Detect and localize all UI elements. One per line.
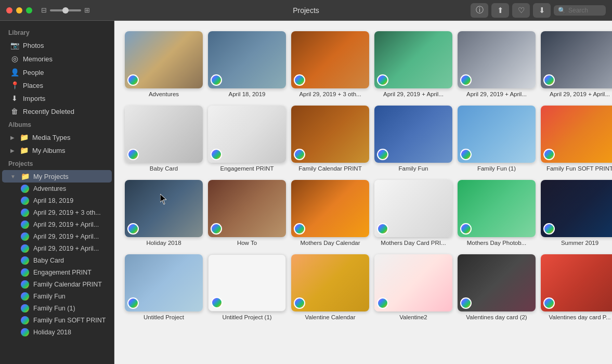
project-badge-mothers-card [377,223,388,235]
sidebar-item-memories[interactable]: ◎ Memories [2,52,112,66]
project-item-mothers-cal[interactable]: Mothers Day Calendar [291,180,369,246]
slider-track[interactable] [50,9,81,11]
project-badge-fam-cal [294,149,305,160]
project-badge-apr29-april3 [543,74,555,86]
project-item-untitled[interactable]: Untitled Project [125,254,203,320]
project-label-summer: Summer 2019 [561,240,598,246]
sidebar-item-places[interactable]: 📍 Places [2,79,112,92]
sidebar-item-people[interactable]: 👤 People [2,66,112,79]
sidebar-label-adventures: Adventures [33,185,66,192]
project-thumbnail-baby-card [125,106,203,163]
project-label-fam-cal: Family Calendar PRINT [298,165,361,172]
project-thumbnail-april18 [208,31,286,88]
project-item-untitled2[interactable]: Untitled Project (1) [208,254,286,320]
sidebar-item-media-types[interactable]: ▶ 📁 Media Types [2,131,112,144]
my-projects-icon: 📁 [21,172,29,180]
project-label-fam-fun-soft: Family Fun SOFT PRINT [546,165,612,172]
project-thumbnail-fam-fun [374,106,452,163]
sidebar-label-apr29-3: April 29, 2019 + 3 oth... [33,209,101,216]
my-albums-icon: 📁 [20,146,28,154]
project-item-mothers-card[interactable]: Mothers Day Card PRI... [374,180,452,246]
project-thumbnail-fam-fun-soft [541,106,612,163]
project-thumbnail-apr29-april1 [374,31,452,88]
project-label-mothers-photo: Mothers Day Photob... [467,240,526,246]
project-thumbnail-how-to [208,180,286,237]
project-color-badge [21,220,29,229]
project-badge-engagement [211,149,222,160]
project-item-holiday[interactable]: Holiday 2018 [125,180,203,246]
project-color-badge [21,280,29,289]
project-item-vals-dayp[interactable]: Valentines day card P... [541,254,612,320]
project-thumbnail-apr29-april2 [458,31,536,88]
project-color-badge [21,304,29,313]
project-item-mothers-photo[interactable]: Mothers Day Photob... [458,180,536,246]
export-button[interactable]: ⬇ [533,3,551,18]
sidebar-subitem-fam-fun-soft[interactable]: Family Fun SOFT PRINT [17,315,112,326]
project-item-april18[interactable]: April 18, 2019 [208,31,286,97]
project-badge-holiday [127,223,139,235]
info-button[interactable]: ⓘ [471,3,488,18]
sidebar-subitem-baby-card[interactable]: Baby Card [17,255,112,266]
project-badge-apr29-april1 [377,74,388,86]
sidebar-subitem-apr29-3[interactable]: April 29, 2019 + 3 oth... [17,207,112,218]
project-item-fam-fun1[interactable]: Family Fun (1) [458,106,536,172]
project-thumbnail-untitled [125,254,203,311]
project-item-apr29-april3[interactable]: April 29, 2019 + April... [541,31,612,97]
project-badge-apr29-april2 [460,74,472,86]
project-item-apr29-3[interactable]: April 29, 2019 + 3 oth... [291,31,369,97]
project-badge-untitled2 [211,297,223,308]
project-thumbnail-adventures [125,31,203,88]
sidebar-subitem-fam-cal[interactable]: Family Calendar PRINT [17,279,112,290]
sidebar-subitem-holiday[interactable]: Holiday 2018 [17,327,112,338]
project-item-vals-day[interactable]: Valentines day card (2) [458,254,536,320]
share-button[interactable]: ⬆ [491,3,509,18]
project-color-badge [21,209,29,217]
project-item-fam-fun-soft[interactable]: Family Fun SOFT PRINT [541,106,612,172]
project-item-fam-fun[interactable]: Family Fun [374,106,452,172]
project-thumbnail-fam-fun1 [458,106,536,163]
sidebar-item-photos[interactable]: 📷 Photos [2,39,112,51]
zoom-slider[interactable]: ⊟ ⊞ [41,6,90,14]
sidebar-item-imports[interactable]: ⬇ Imports [2,92,112,105]
sidebar-item-my-albums[interactable]: ▶ 📁 My Albums [2,144,112,157]
sidebar-label-memories: Memories [23,55,53,63]
project-color-badge [21,185,29,193]
heart-button[interactable]: ♡ [512,3,530,18]
sidebar-subitem-apr29-c[interactable]: April 29, 2019 + April... [17,243,112,254]
sidebar-subitem-adventures[interactable]: Adventures [17,183,112,194]
project-item-how-to[interactable]: How To [208,180,286,246]
sidebar-subitem-fam-fun1[interactable]: Family Fun (1) [17,303,112,314]
sidebar-subitem-april18[interactable]: April 18, 2019 [17,195,112,206]
close-button[interactable] [6,7,12,14]
project-item-adventures[interactable]: Adventures [125,31,203,97]
titlebar: ⊟ ⊞ Projects ⓘ ⬆ ♡ ⬇ 🔍 [0,0,612,21]
project-item-summer[interactable]: Summer 2019 [541,180,612,246]
sidebar-subitem-fam-fun[interactable]: Family Fun [17,291,112,302]
project-item-baby-card[interactable]: Baby Card [125,106,203,172]
project-item-apr29-april2[interactable]: April 29, 2019 + April... [458,31,536,97]
project-label-engagement: Engagement PRINT [220,165,274,172]
minimize-button[interactable] [16,7,22,14]
maximize-button[interactable] [26,7,32,14]
sidebar-label-my-projects: My Projects [33,173,69,180]
project-item-fam-cal[interactable]: Family Calendar PRINT [291,106,369,172]
project-item-val2[interactable]: Valentine2 [374,254,452,320]
media-types-icon: 📁 [20,133,28,141]
sidebar-subitem-apr29-b[interactable]: April 29, 2019 + April... [17,231,112,242]
search-input[interactable] [568,7,605,14]
sidebar-subitem-apr29-a[interactable]: April 29, 2019 + April... [17,219,112,230]
project-grid: AdventuresApril 18, 2019April 29, 2019 +… [125,31,602,320]
sidebar-label-imports: Imports [23,95,45,102]
project-badge-apr29-3 [294,74,305,86]
project-item-engagement[interactable]: Engagement PRINT [208,106,286,172]
search-box[interactable]: 🔍 [554,5,606,16]
project-item-val-cal[interactable]: Valentine Calendar [291,254,369,320]
project-item-apr29-april1[interactable]: April 29, 2019 + April... [374,31,452,97]
people-icon: 👤 [10,68,19,76]
project-thumbnail-holiday [125,180,203,237]
sidebar: Library 📷 Photos ◎ Memories 👤 People 📍 P… [0,21,114,364]
sidebar-item-recently-deleted[interactable]: 🗑 Recently Deleted [2,105,112,118]
sidebar-item-my-projects[interactable]: ▼ 📁 My Projects [2,170,112,183]
sidebar-label-photos: Photos [23,42,44,49]
sidebar-subitem-engagement[interactable]: Engagement PRINT [17,267,112,278]
